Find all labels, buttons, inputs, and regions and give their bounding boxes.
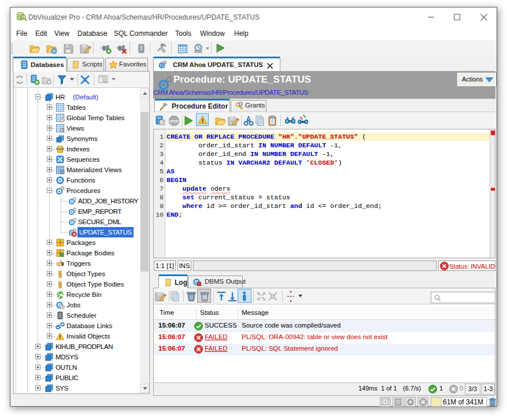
svg-text:STOP: STOP xyxy=(169,120,178,123)
